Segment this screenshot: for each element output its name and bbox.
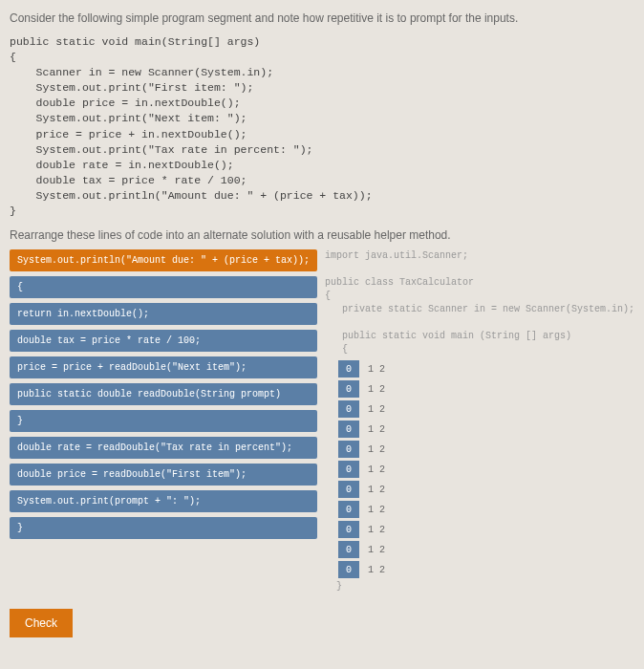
slot-hint: 1 2 — [368, 464, 385, 475]
code-block[interactable]: return in.nextDouble(); — [10, 303, 317, 325]
code-block[interactable]: double rate = readDouble("Tax rate in pe… — [10, 437, 317, 459]
slot-hint: 1 2 — [368, 525, 385, 535]
closing-brace: } — [336, 581, 634, 592]
target-header-code: import java.util.Scanner; public class T… — [325, 249, 634, 356]
code-block[interactable]: } — [10, 410, 317, 432]
slot-row: 0 1 2 — [338, 501, 634, 518]
given-code-block: public static void main(String[] args) {… — [10, 34, 634, 219]
check-button[interactable]: Check — [10, 609, 73, 637]
slot-hint: 1 2 — [368, 364, 385, 375]
slot-row: 0 1 2 — [338, 441, 634, 458]
slot-row: 0 1 2 — [338, 421, 634, 438]
slot-row: 0 1 2 — [338, 360, 634, 378]
target-column: import java.util.Scanner; public class T… — [325, 249, 634, 592]
slot-row: 0 1 2 — [338, 380, 634, 398]
drop-slot[interactable]: 0 — [338, 521, 359, 538]
code-block[interactable]: price = price + readDouble("Next item"); — [10, 356, 317, 378]
slot-hint: 1 2 — [368, 424, 385, 435]
drop-slot[interactable]: 0 — [338, 481, 359, 498]
slot-hint: 1 2 — [368, 545, 385, 555]
code-block[interactable]: } — [10, 517, 317, 539]
slot-hint: 1 2 — [368, 505, 385, 515]
code-block[interactable]: public static double readDouble(String p… — [10, 383, 317, 405]
slot-row: 0 1 2 — [338, 461, 634, 478]
drop-slot[interactable]: 0 — [338, 380, 359, 398]
drop-slot[interactable]: 0 — [338, 421, 359, 438]
slot-row: 0 1 2 — [338, 481, 634, 498]
code-block[interactable]: { — [10, 276, 317, 298]
rearrange-instruction: Rearrange these lines of code into an al… — [10, 228, 634, 242]
drop-slot[interactable]: 0 — [338, 561, 359, 578]
code-block[interactable]: double tax = price * rate / 100; — [10, 330, 317, 352]
slot-hint: 1 2 — [368, 384, 385, 395]
drop-slot[interactable]: 0 — [338, 441, 359, 458]
drop-slot[interactable]: 0 — [338, 461, 359, 478]
slot-hint: 1 2 — [368, 404, 385, 415]
code-block[interactable]: System.out.print(prompt + ": "); — [10, 490, 317, 512]
code-block[interactable]: double price = readDouble("First item"); — [10, 464, 317, 486]
work-area: System.out.println("Amount due: " + (pri… — [10, 249, 634, 592]
code-block[interactable]: System.out.println("Amount due: " + (pri… — [10, 249, 317, 271]
slot-row: 0 1 2 — [338, 561, 634, 578]
drop-slot[interactable]: 0 — [338, 360, 359, 378]
slot-hint: 1 2 — [368, 565, 385, 575]
slot-row: 0 1 2 — [338, 521, 634, 538]
slot-row: 0 1 2 — [338, 541, 634, 558]
source-blocks-column: System.out.println("Amount due: " + (pri… — [10, 249, 317, 592]
slot-hint: 1 2 — [368, 444, 385, 455]
intro-text: Consider the following simple program se… — [10, 11, 634, 25]
drop-slot[interactable]: 0 — [338, 541, 359, 558]
slot-hint: 1 2 — [368, 485, 385, 495]
drop-slot[interactable]: 0 — [338, 400, 359, 418]
slot-row: 0 1 2 — [338, 400, 634, 418]
drop-slot[interactable]: 0 — [338, 501, 359, 518]
